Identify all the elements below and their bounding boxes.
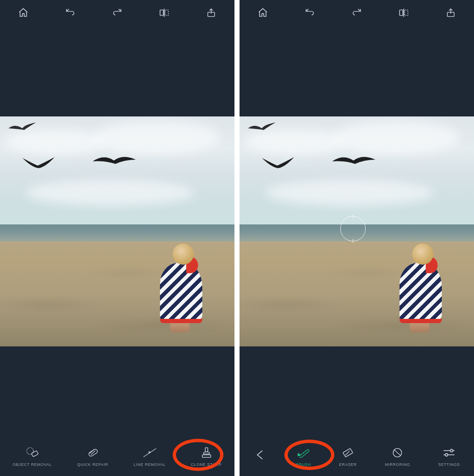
back-icon bbox=[254, 448, 268, 461]
quick-repair-icon bbox=[85, 446, 100, 459]
mirroring-label: MIRRORING bbox=[385, 462, 410, 467]
clone-source-reticle[interactable] bbox=[340, 216, 366, 241]
sea bbox=[0, 224, 234, 241]
line-removal-icon bbox=[143, 446, 157, 459]
eraser-label: ERASER bbox=[339, 462, 357, 467]
redo-button[interactable] bbox=[348, 4, 365, 21]
screens-divider bbox=[234, 0, 240, 476]
settings-icon bbox=[442, 446, 456, 459]
object-removal-label: OBJECT REMOVAL bbox=[13, 462, 52, 467]
object-removal-tool[interactable]: OBJECT REMOVAL bbox=[8, 444, 56, 469]
settings-label: SETTINGS bbox=[438, 462, 460, 467]
child-subject bbox=[395, 244, 442, 332]
redo-button[interactable] bbox=[109, 4, 126, 21]
brush-label: BRUSH bbox=[296, 462, 311, 467]
photo-canvas[interactable] bbox=[0, 116, 234, 346]
bird-3 bbox=[91, 151, 138, 172]
right-screen: BRUSH ERASER MIRRORING SETTINGS bbox=[240, 0, 474, 476]
svg-rect-11 bbox=[202, 455, 211, 457]
clone-stamp-label: CLONE STAMP bbox=[191, 462, 222, 467]
mirroring-tool[interactable]: MIRRORING bbox=[380, 444, 414, 469]
share-button[interactable] bbox=[442, 4, 459, 21]
bottom-toolbar: OBJECT REMOVAL QUICK REPAIR LINE REMOVAL… bbox=[0, 437, 234, 476]
home-button[interactable] bbox=[254, 4, 271, 21]
bottom-toolbar: BRUSH ERASER MIRRORING SETTINGS bbox=[240, 437, 474, 476]
svg-rect-10 bbox=[205, 448, 208, 452]
top-toolbar bbox=[0, 0, 234, 25]
child-subject bbox=[156, 244, 202, 332]
compare-button[interactable] bbox=[395, 4, 412, 21]
brush-icon bbox=[296, 446, 311, 459]
back-button[interactable] bbox=[249, 446, 272, 467]
bird-2 bbox=[19, 155, 57, 176]
bird-1 bbox=[6, 121, 40, 138]
svg-rect-12 bbox=[400, 10, 403, 16]
settings-tool[interactable]: SETTINGS bbox=[434, 444, 464, 469]
svg-rect-0 bbox=[160, 10, 163, 16]
eraser-tool[interactable]: ERASER bbox=[335, 444, 361, 469]
line-removal-tool[interactable]: LINE REMOVAL bbox=[130, 444, 170, 469]
line-removal-label: LINE REMOVAL bbox=[134, 462, 165, 467]
left-screen: OBJECT REMOVAL QUICK REPAIR LINE REMOVAL… bbox=[0, 0, 234, 476]
top-toolbar bbox=[240, 0, 474, 25]
clone-stamp-tool[interactable]: CLONE STAMP bbox=[187, 444, 226, 469]
svg-rect-1 bbox=[165, 10, 168, 16]
bird-1 bbox=[246, 121, 280, 138]
svg-rect-5 bbox=[31, 451, 39, 457]
share-button[interactable] bbox=[203, 4, 220, 21]
object-removal-icon bbox=[25, 446, 39, 459]
bird-2 bbox=[259, 155, 297, 176]
svg-point-21 bbox=[450, 449, 453, 452]
undo-button[interactable] bbox=[62, 4, 79, 21]
canvas-area[interactable] bbox=[0, 25, 234, 437]
canvas-area[interactable] bbox=[240, 25, 474, 437]
svg-line-19 bbox=[394, 450, 401, 456]
undo-button[interactable] bbox=[301, 4, 318, 21]
photo-canvas[interactable] bbox=[240, 116, 474, 346]
quick-repair-label: QUICK REPAIR bbox=[77, 462, 108, 467]
svg-point-23 bbox=[445, 454, 448, 456]
compare-button[interactable] bbox=[156, 4, 173, 21]
clone-stamp-icon bbox=[199, 446, 214, 459]
svg-line-17 bbox=[345, 451, 350, 455]
mirroring-icon bbox=[390, 446, 405, 459]
svg-rect-13 bbox=[405, 10, 408, 16]
brush-tool[interactable]: BRUSH bbox=[292, 444, 315, 469]
bird-3 bbox=[331, 151, 377, 172]
eraser-icon bbox=[341, 446, 355, 459]
quick-repair-tool[interactable]: QUICK REPAIR bbox=[73, 444, 112, 469]
svg-point-4 bbox=[27, 448, 33, 454]
home-button[interactable] bbox=[15, 4, 32, 21]
